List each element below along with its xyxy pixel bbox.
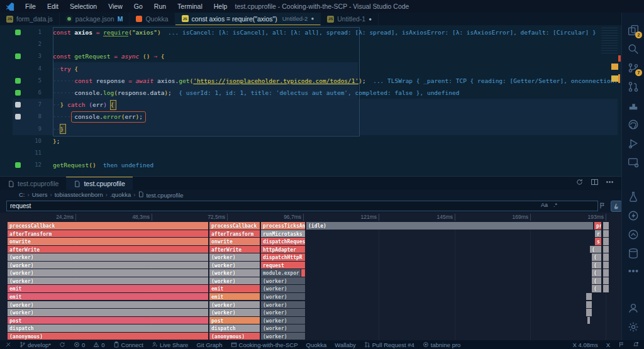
match-case-toggle[interactable]: Aa — [541, 202, 548, 208]
flame-segment[interactable]: onwrite — [8, 238, 208, 245]
flame-segment[interactable]: (worker) — [8, 301, 208, 309]
menu-help[interactable]: Help — [208, 0, 233, 13]
editor-tab-1[interactable]: JSform_data.js — [0, 13, 60, 25]
flame-segment[interactable]: ( — [592, 277, 601, 285]
filter-input[interactable] — [6, 201, 598, 211]
breadcrumb-item[interactable]: C: — [19, 191, 25, 198]
activity-caret-circle-icon[interactable] — [627, 228, 640, 241]
flame-segment[interactable]: ( — [592, 285, 601, 292]
flame-segment[interactable]: module.expor — [261, 269, 301, 277]
flame-segment[interactable] — [603, 246, 609, 253]
activity-testing-flask-icon[interactable] — [627, 191, 640, 203]
flame-segment[interactable]: (worker) — [261, 293, 305, 301]
flame-segment[interactable]: emit — [8, 285, 208, 292]
flame-segment[interactable]: (worker) — [261, 324, 305, 332]
flame-segment[interactable]: post — [8, 317, 208, 324]
flame-segment[interactable]: (worker) — [261, 277, 305, 285]
editor-tab-3[interactable]: Quokka — [130, 13, 175, 25]
menu-go[interactable]: Go — [128, 0, 148, 13]
flame-segment[interactable]: dispatch — [209, 324, 260, 332]
flame-segment[interactable]: ( — [592, 262, 601, 269]
menu-edit[interactable]: Edit — [42, 0, 64, 13]
flame-segment[interactable]: dispatch — [8, 324, 208, 332]
status-item-develop-[interactable]: develop* — [19, 341, 51, 348]
status-item[interactable] — [633, 341, 639, 348]
breadcrumb-item[interactable]: test.cpuprofile — [138, 191, 183, 199]
flame-segment[interactable]: dispatchHttpR — [261, 253, 305, 261]
editor-tab-4[interactable]: JSconst axios = require("axios")Untitled… — [175, 13, 321, 25]
regex-toggle[interactable]: .* — [553, 202, 557, 208]
flame-chart[interactable]: 24,2ms48,3ms72,5ms96,7ms121ms145ms169ms1… — [0, 213, 621, 340]
flame-segment[interactable]: r — [595, 230, 601, 238]
flame-segment[interactable]: (worker) — [8, 253, 208, 261]
flame-segment[interactable]: httpAdapter — [261, 246, 305, 253]
activity-account-icon[interactable] — [627, 302, 640, 314]
flame-segment[interactable]: onwrite — [209, 238, 260, 245]
activity-thunder-client-icon[interactable] — [627, 209, 640, 222]
flame-segment[interactable]: (worker) — [261, 309, 305, 316]
flame-segment[interactable] — [301, 269, 305, 277]
flame-segment[interactable]: processTicksAn — [261, 222, 305, 230]
flame-segment[interactable]: afterTransform — [8, 230, 208, 238]
flame-segment[interactable]: (idle) — [306, 222, 593, 230]
activity-search-icon[interactable] — [627, 43, 640, 55]
flame-segment[interactable]: (worker) — [8, 309, 208, 316]
flame-segment[interactable]: pr — [594, 222, 601, 230]
flame-segment[interactable] — [586, 309, 592, 316]
panel-tab-1[interactable]: test.cpuprofile — [0, 177, 66, 190]
flame-segment[interactable]: (worker) — [209, 262, 260, 269]
flame-segment[interactable]: emit — [209, 293, 260, 301]
status-item[interactable] — [618, 341, 625, 348]
flame-segment[interactable]: afterTransform — [209, 230, 260, 238]
activity-source-control-icon[interactable]: 7 — [627, 62, 640, 74]
flame-segment[interactable]: (worker) — [261, 285, 305, 292]
status-item[interactable] — [59, 341, 65, 348]
flame-segment[interactable]: post — [209, 317, 260, 324]
status-item-connect[interactable]: Connect — [113, 341, 143, 348]
flame-segment[interactable]: runMicrotasks — [261, 230, 305, 238]
flame-segment[interactable]: (anonymous) — [209, 333, 260, 340]
menu-file[interactable]: File — [19, 0, 42, 13]
flame-segment[interactable] — [603, 222, 609, 230]
menu-view[interactable]: View — [103, 0, 128, 13]
flame-segment[interactable]: (worker) — [8, 262, 208, 269]
menu-selection[interactable]: Selection — [64, 0, 103, 13]
status-item-quokka[interactable]: Quokka — [306, 341, 327, 348]
flame-segment[interactable]: emit — [209, 285, 260, 292]
activity-explorer-icon[interactable]: 2 — [627, 24, 640, 36]
flame-segment[interactable]: s — [595, 238, 601, 245]
flame-segment[interactable]: (worker) — [209, 269, 260, 277]
flame-segment[interactable]: (anonymous) — [8, 333, 208, 340]
menu-run[interactable]: Run — [148, 0, 172, 13]
activity-pull-requests-icon[interactable] — [627, 80, 640, 93]
flame-segment[interactable] — [587, 317, 590, 324]
editor-tab-5[interactable]: JSUntitled-1● — [321, 13, 379, 25]
status-item-x[interactable]: X — [606, 341, 610, 348]
status-item-wallaby[interactable]: Wallaby — [335, 341, 355, 348]
status-item-cooking-with-the-scp[interactable]: Cooking-with-the-SCP — [231, 341, 298, 348]
flame-segment[interactable] — [603, 269, 609, 277]
flame-segment[interactable]: (worker) — [209, 253, 260, 261]
flame-segment[interactable]: processCallback — [8, 222, 208, 230]
activity-more-icon[interactable] — [627, 265, 640, 277]
minimap[interactable] — [601, 28, 618, 55]
filter-flag-icon[interactable] — [597, 201, 608, 211]
flame-icon[interactable] — [611, 201, 622, 212]
code-editor[interactable]: 1const axios = require("axios") ... isCa… — [0, 25, 621, 176]
breadcrumb-item[interactable]: Users — [32, 191, 48, 198]
status-item-live-share[interactable]: Live Share — [152, 341, 188, 348]
flame-segment[interactable]: ( — [590, 246, 601, 253]
split-icon[interactable] — [591, 178, 599, 186]
menu-terminal[interactable]: Terminal — [172, 0, 208, 13]
status-item-git-graph[interactable]: Git Graph — [196, 341, 222, 348]
flame-segment[interactable] — [603, 238, 609, 245]
breadcrumb-item[interactable]: .quokka — [110, 191, 131, 198]
activity-database-icon[interactable] — [627, 247, 640, 260]
flame-segment[interactable]: processCallback — [209, 222, 260, 230]
editor-tab-2[interactable]: package.jsonM — [60, 13, 130, 25]
flame-segment[interactable]: request — [261, 262, 305, 269]
activity-quokka-blocks-icon[interactable] — [627, 99, 640, 112]
status-item-0[interactable]: 0 — [74, 341, 85, 348]
status-item-tabnine-pro[interactable]: tabnine pro — [423, 341, 461, 348]
flame-segment[interactable] — [603, 262, 609, 269]
